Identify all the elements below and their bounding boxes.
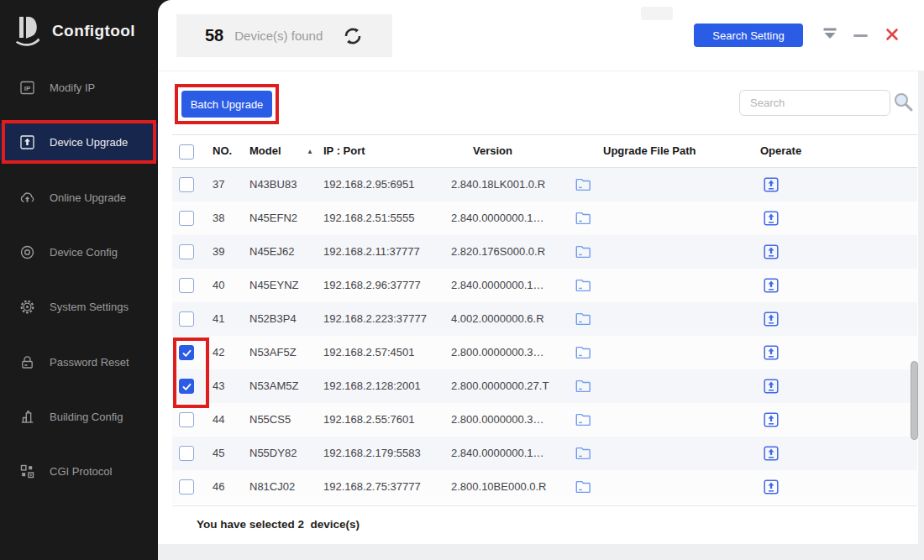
folder-icon[interactable] (575, 412, 591, 427)
sidebar-item-label: Modify IP (50, 81, 95, 94)
upload-icon[interactable] (763, 277, 780, 294)
sidebar-item-password-reset[interactable]: Password Reset (0, 343, 158, 380)
folder-icon[interactable] (575, 311, 591, 327)
batch-upgrade-button[interactable]: Batch Upgrade (181, 91, 272, 118)
svg-text:IP: IP (24, 84, 31, 92)
system-settings-icon (19, 299, 35, 315)
folder-icon[interactable] (575, 177, 591, 192)
table-row: 40 N45EYNZ 192.168.2.96:37777 2.840.0000… (172, 269, 917, 302)
row-no: 46 (213, 470, 224, 504)
select-all-checkbox[interactable] (179, 144, 194, 160)
row-no: 37 (213, 168, 224, 201)
upload-icon[interactable] (763, 210, 780, 227)
password-reset-icon (19, 354, 35, 370)
search-setting-button[interactable]: Search Setting (694, 24, 803, 47)
upload-icon[interactable] (763, 411, 780, 428)
window-right-strip (918, 71, 924, 544)
row-model: N52B3P4 (249, 302, 297, 336)
cgi-protocol-icon (19, 463, 35, 479)
row-ip-port: 192.168.2.11:37777 (323, 235, 420, 269)
online-upgrade-icon (19, 190, 35, 206)
row-version: 2.800.0000000.27.T (451, 369, 549, 403)
row-version: 2.800.10BE000.0.R (451, 470, 546, 504)
row-no: 43 (213, 369, 224, 403)
row-ip-port: 192.168.2.75:37777 (323, 470, 421, 504)
row-checkbox[interactable] (179, 446, 194, 461)
upload-icon[interactable] (763, 445, 780, 462)
sidebar-item-building-config[interactable]: Building Config (0, 398, 158, 435)
selection-summary: You have selected 2 device(s) (197, 506, 360, 543)
row-model: N53AM5Z (249, 369, 299, 403)
folder-icon[interactable] (575, 278, 591, 293)
sort-asc-icon[interactable]: ▲ (307, 148, 313, 156)
close-icon[interactable] (885, 27, 900, 42)
sidebar-item-device-config[interactable]: Device Config (0, 233, 158, 270)
upload-icon[interactable] (763, 479, 780, 495)
window-bottom-strip (158, 544, 924, 560)
collapse-icon[interactable] (822, 28, 837, 40)
row-checkbox[interactable] (179, 278, 194, 293)
row-ip-port: 192.168.2.179:5583 (323, 437, 421, 470)
row-checkbox[interactable] (179, 211, 194, 226)
sidebar-item-cgi-protocol[interactable]: CGI Protocol (0, 453, 158, 489)
row-checkbox[interactable] (179, 311, 194, 327)
table-row: 41 N52B3P4 192.168.2.223:37777 4.002.000… (172, 302, 917, 336)
app-title: Configtool (52, 22, 135, 40)
titlebar-divider (158, 71, 924, 71)
upload-icon[interactable] (763, 378, 780, 395)
sidebar-item-device-upgrade[interactable]: Device Upgrade (0, 123, 158, 160)
row-version: 2.840.0000000.1… (451, 437, 544, 470)
folder-icon[interactable] (575, 345, 591, 360)
row-checkbox[interactable] (179, 177, 194, 192)
scrollbar-thumb[interactable] (911, 361, 918, 440)
sidebar-item-system-settings[interactable]: System Settings (0, 288, 158, 325)
folder-icon[interactable] (575, 244, 591, 259)
row-version: 2.800.0000000.3… (451, 336, 544, 369)
table-header: NO. Model ▲ IP : Port Version Upgrade Fi… (172, 134, 917, 168)
row-checkbox[interactable] (179, 412, 194, 427)
row-ip-port: 192.168.2.128:2001 (323, 369, 421, 403)
sidebar-item-label: Building Config (50, 411, 123, 423)
row-ip-port: 192.168.2.96:37777 (323, 269, 421, 302)
col-operate[interactable]: Operate (760, 135, 801, 167)
col-ip-port[interactable]: IP : Port (323, 135, 365, 167)
magnifier-icon[interactable] (892, 91, 914, 113)
col-no[interactable]: NO. (213, 135, 232, 167)
brand-d-icon (16, 15, 41, 47)
sidebar-item-modify-ip[interactable]: IP Modify IP (0, 69, 158, 106)
upload-icon[interactable] (763, 311, 780, 327)
row-checkbox[interactable] (179, 244, 194, 259)
row-model: N81CJ02 (249, 470, 295, 504)
table-row: 46 N81CJ02 192.168.2.75:37777 2.800.10BE… (172, 470, 917, 504)
search-input[interactable] (739, 90, 890, 116)
upload-icon[interactable] (763, 243, 780, 260)
folder-icon[interactable] (575, 446, 591, 461)
folder-icon[interactable] (575, 479, 591, 495)
device-upgrade-icon (19, 134, 35, 150)
row-model: N55DY82 (249, 437, 297, 470)
sidebar-item-label: System Settings (50, 301, 129, 313)
upload-icon[interactable] (763, 176, 780, 193)
row-model: N53AF5Z (249, 336, 297, 369)
upload-icon[interactable] (763, 344, 780, 361)
row-no: 45 (213, 437, 224, 470)
row-checkbox[interactable] (179, 479, 194, 495)
minimize-icon[interactable] (853, 34, 868, 37)
folder-icon[interactable] (575, 379, 591, 394)
refresh-icon[interactable] (343, 26, 363, 46)
row-checkbox[interactable] (179, 345, 194, 360)
row-checkbox[interactable] (179, 379, 194, 394)
folder-icon[interactable] (575, 211, 591, 226)
row-model: N43BU83 (249, 168, 297, 201)
row-ip-port: 192.168.2.57:4501 (323, 336, 414, 369)
modify-ip-icon: IP (19, 80, 35, 96)
col-model[interactable]: Model (249, 135, 281, 167)
table-body: 37 N43BU83 192.168.2.95:6951 2.840.18LK0… (172, 168, 917, 504)
configtool-window: Configtool IP Modify IP Device Upgrade (0, 0, 924, 560)
col-version[interactable]: Version (473, 135, 512, 167)
col-file-path[interactable]: Upgrade File Path (603, 135, 696, 167)
row-model: N55CS5 (249, 403, 291, 437)
sidebar-item-online-upgrade[interactable]: Online Upgrade (0, 179, 158, 216)
sidebar-item-label: CGI Protocol (50, 465, 112, 478)
row-model: N45EJ62 (249, 235, 294, 269)
